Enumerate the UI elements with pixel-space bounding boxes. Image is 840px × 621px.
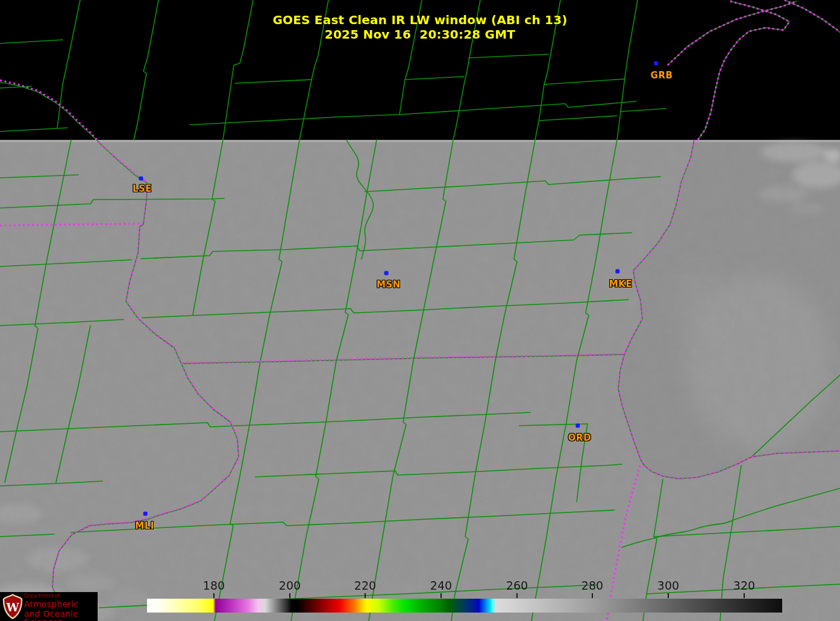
station-label: MSN [377, 279, 401, 290]
satellite-image-viewport: GOES East Clean IR LW window (ABI ch 13)… [0, 0, 840, 621]
product-timestamp: 2025 Nov 16 20:30:28 GMT [0, 27, 840, 42]
uw-aos-logo: W Department of Atmospheric and Oceanic … [0, 592, 98, 621]
station-marker-lse: LSE [133, 183, 152, 194]
station-label: GRB [651, 70, 673, 81]
logo-dept-line: Department of [24, 594, 98, 599]
colorbar-tick-label: 240 [423, 579, 459, 592]
colorbar-tick-mark [744, 593, 745, 598]
colorbar-tick-mark [213, 593, 215, 598]
uw-crest-icon: W [2, 593, 23, 620]
colorbar-tick-label: 180 [196, 579, 232, 592]
colorbar-tick-label: 280 [574, 579, 610, 592]
product-title: GOES East Clean IR LW window (ABI ch 13) [0, 13, 840, 27]
logo-name-line1: Atmospheric [24, 600, 98, 608]
colorbar-tick-label: 300 [650, 579, 686, 592]
crest-monogram: W [5, 601, 19, 614]
station-marker-mli: MLI [135, 520, 154, 531]
colorbar-tick-label: 220 [347, 579, 383, 592]
station-dot [615, 270, 619, 274]
station-dot [654, 61, 658, 66]
station-dot [143, 512, 148, 516]
colorbar-tick-mark [289, 593, 290, 598]
scan-edge-strip [0, 140, 840, 142]
colorbar-tick-label: 320 [726, 579, 762, 592]
temperature-colorbar [147, 599, 782, 613]
station-dot [139, 177, 143, 181]
station-marker-msn: MSN [377, 279, 401, 290]
station-label: ORD [568, 432, 591, 443]
station-marker-grb: GRB [651, 70, 673, 81]
imagery-noise-coarse [0, 140, 840, 621]
colorbar-tick-mark [365, 593, 366, 598]
colorbar-tick-mark [668, 593, 669, 598]
logo-name-line2: and Oceanic Sciences [24, 610, 98, 621]
colorbar-tick-mark [516, 593, 518, 598]
station-marker-ord: ORD [568, 432, 591, 443]
colorbar-tick-mark [440, 593, 442, 598]
station-label: MLI [135, 520, 154, 531]
station-label: MKE [609, 279, 632, 289]
colorbar-tick-label: 260 [499, 579, 535, 592]
station-dot [384, 271, 389, 276]
station-label: LSE [133, 183, 152, 194]
station-dot [575, 424, 580, 428]
colorbar-tick-label: 200 [272, 579, 308, 592]
satellite-map [0, 0, 840, 621]
station-marker-mke: MKE [609, 279, 632, 289]
colorbar-tick-mark [592, 593, 593, 598]
